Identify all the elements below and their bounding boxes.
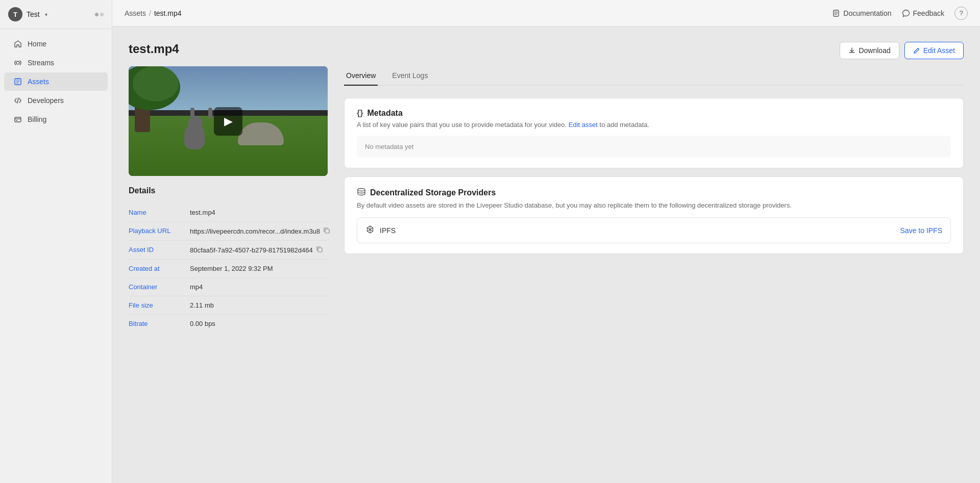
edit-asset-label: Edit Asset (923, 46, 955, 55)
video-preview[interactable]: ▶ (129, 66, 328, 176)
playback-url-text: https://livepeercdn.com/recor...d/index.… (190, 227, 320, 235)
detail-row-bitrate: Bitrate 0.00 bps (129, 315, 328, 333)
feedback-button[interactable]: Feedback (902, 9, 944, 17)
left-panel: ▶ Details Name test.mp4 Playback URL htt… (129, 66, 328, 333)
detail-row-created-at: Created at September 1, 2022 9:32 PM (129, 260, 328, 278)
detail-label-name: Name (129, 209, 190, 216)
chevron-down-icon: ▾ (45, 12, 47, 17)
metadata-card: {} Metadata A list of key value pairs th… (344, 98, 964, 168)
video-overlay: ▶ (129, 66, 328, 176)
loader-icon (95, 13, 104, 16)
ipfs-icon (365, 225, 375, 236)
sidebar-item-developers[interactable]: Developers (4, 91, 108, 110)
detail-row-container: Container mp4 (129, 278, 328, 296)
storage-title-text: Decentralized Storage Providers (370, 188, 496, 197)
breadcrumb-separator: / (149, 9, 151, 17)
detail-value-name: test.mp4 (190, 209, 215, 216)
help-button[interactable]: ? (954, 7, 968, 20)
sidebar-item-streams[interactable]: Streams (4, 54, 108, 72)
metadata-edit-link[interactable]: Edit asset (569, 121, 598, 129)
sidebar-item-assets-label: Assets (28, 78, 49, 86)
breadcrumb: Assets / test.mp4 (125, 9, 182, 17)
storage-card: Decentralized Storage Providers By defau… (344, 176, 964, 254)
page-title: test.mp4 (129, 42, 964, 56)
breadcrumb-parent[interactable]: Assets (125, 9, 146, 17)
sidebar-item-assets[interactable]: Assets (4, 72, 108, 91)
tabs: Overview Event Logs (344, 66, 964, 86)
svg-rect-3 (16, 120, 17, 121)
download-icon (848, 47, 855, 54)
detail-value-playback-url: https://livepeercdn.com/recor...d/index.… (190, 227, 330, 235)
detail-label-playback-url: Playback URL (129, 227, 190, 235)
loader-dot-2 (100, 13, 104, 16)
detail-value-created-at: September 1, 2022 9:32 PM (190, 265, 273, 272)
right-panel: Overview Event Logs {} Metadata A list o… (344, 66, 964, 333)
metadata-card-title: {} Metadata (357, 109, 951, 118)
details-table: Name test.mp4 Playback URL https://livep… (129, 204, 328, 333)
sidebar-item-billing-label: Billing (28, 115, 46, 123)
sidebar-item-billing[interactable]: Billing (4, 110, 108, 129)
detail-label-bitrate: Bitrate (129, 320, 190, 327)
storage-desc: By default video assets are stored in th… (357, 201, 951, 209)
svg-point-0 (16, 61, 19, 64)
download-button[interactable]: Download (840, 42, 899, 59)
play-button[interactable]: ▶ (214, 107, 242, 136)
storage-card-title: Decentralized Storage Providers (357, 187, 951, 198)
detail-row-file-size: File size 2.11 mb (129, 296, 328, 315)
documentation-label: Documentation (843, 9, 891, 17)
detail-label-created-at: Created at (129, 265, 190, 272)
metadata-subtitle-suffix: to add metadata. (600, 121, 650, 129)
details-section: Details Name test.mp4 Playback URL https… (129, 186, 328, 333)
detail-value-asset-id: 80cfaa5f-7a92-4507-b279-81751982d464 (190, 246, 323, 254)
tab-event-logs[interactable]: Event Logs (390, 66, 430, 86)
feedback-icon (902, 9, 910, 17)
documentation-button[interactable]: Documentation (832, 9, 891, 17)
detail-value-file-size: 2.11 mb (190, 301, 214, 309)
topbar-right: Documentation Feedback ? (832, 7, 968, 20)
detail-value-bitrate: 0.00 bps (190, 320, 215, 327)
ipfs-label-text: IPFS (380, 226, 396, 235)
metadata-subtitle-text: A list of key value pairs that you use t… (357, 121, 567, 129)
streams-icon (13, 58, 22, 67)
metadata-icon: {} (357, 109, 363, 118)
metadata-empty: No metadata yet (357, 136, 951, 158)
svg-rect-6 (318, 248, 322, 252)
topbar: Assets / test.mp4 Documentation Feedback… (112, 0, 980, 27)
sidebar-item-developers-label: Developers (28, 96, 64, 105)
save-to-ipfs-button[interactable]: Save to IPFS (900, 226, 942, 235)
detail-row-name: Name test.mp4 (129, 204, 328, 222)
svg-rect-5 (325, 229, 329, 233)
sidebar-header: T Test ▾ (0, 0, 112, 29)
metadata-title-text: Metadata (367, 109, 402, 118)
copy-playback-url-icon[interactable] (323, 227, 330, 235)
asset-id-text: 80cfaa5f-7a92-4507-b279-81751982d464 (190, 246, 313, 254)
documentation-icon (832, 9, 840, 17)
content-layout: ▶ Details Name test.mp4 Playback URL htt… (129, 66, 964, 333)
user-name: Test (27, 10, 40, 18)
tab-overview[interactable]: Overview (344, 66, 378, 86)
svg-rect-2 (15, 117, 21, 122)
loader-dot-1 (95, 13, 99, 16)
edit-icon (913, 47, 920, 54)
storage-icon (357, 187, 366, 198)
copy-asset-id-icon[interactable] (316, 246, 323, 254)
edit-asset-button[interactable]: Edit Asset (904, 42, 964, 59)
feedback-label: Feedback (913, 9, 944, 17)
detail-label-asset-id: Asset ID (129, 246, 190, 253)
detail-label-file-size: File size (129, 301, 190, 309)
ipfs-row: IPFS Save to IPFS (357, 217, 951, 243)
sidebar-item-streams-label: Streams (28, 59, 54, 67)
help-label: ? (959, 9, 963, 17)
main-content: test.mp4 Download Edit Asset (112, 27, 980, 483)
assets-icon (13, 77, 22, 86)
billing-icon (13, 115, 22, 124)
detail-row-asset-id: Asset ID 80cfaa5f-7a92-4507-b279-8175198… (129, 241, 328, 260)
detail-label-container: Container (129, 283, 190, 291)
user-avatar: T (8, 7, 22, 21)
sidebar-item-home[interactable]: Home (4, 35, 108, 53)
sidebar-nav: Home Streams Assets (0, 29, 112, 483)
download-label: Download (859, 46, 890, 55)
details-title: Details (129, 186, 328, 195)
home-icon (13, 39, 22, 48)
developers-icon (13, 96, 22, 105)
